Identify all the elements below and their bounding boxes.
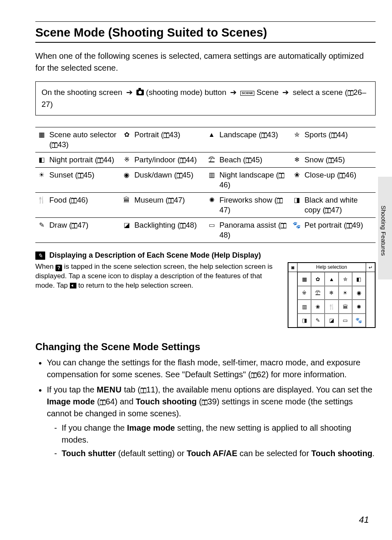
bold-term: Image mode bbox=[127, 423, 175, 432]
close-up-icon: ❀ bbox=[292, 170, 301, 180]
top-rule bbox=[35, 21, 376, 22]
question-icon: ? bbox=[55, 265, 62, 271]
scene-label: Dusk/dawn (45) bbox=[134, 170, 204, 180]
scene-cell: ☀Sunset (45) bbox=[35, 168, 120, 193]
hs-grid-icon: ✺ bbox=[352, 300, 366, 314]
page-number: 41 bbox=[359, 515, 369, 525]
bullet-item: If you tap the MENU tab (11), the availa… bbox=[35, 384, 376, 459]
hs-grid-icon: 🍴 bbox=[325, 300, 338, 314]
scene-cell: ✎Draw (47) bbox=[35, 218, 120, 243]
book-icon bbox=[52, 142, 58, 148]
scene-label: Landscape (43) bbox=[219, 130, 289, 140]
intro-paragraph: When one of the following scenes is sele… bbox=[35, 50, 376, 74]
landscape-icon: ▲ bbox=[207, 130, 216, 140]
hs-grid-icon: ❄ bbox=[325, 286, 338, 300]
book-icon bbox=[251, 372, 257, 378]
back-icon bbox=[70, 283, 76, 288]
text-frag: can be selected for bbox=[238, 449, 311, 458]
hs-grid-icon: ▥ bbox=[297, 300, 311, 314]
hs-grid-icon: ✮ bbox=[339, 272, 352, 286]
book-icon bbox=[180, 223, 186, 228]
dusk-dawn-icon: ◉ bbox=[122, 170, 131, 180]
page-title: Scene Mode (Shooting Suited to Scenes) bbox=[35, 26, 376, 43]
bw-copy-icon: ◨ bbox=[292, 195, 301, 215]
help-title: Displaying a Description of Each Scene M… bbox=[49, 251, 261, 260]
night-portrait-icon: ◧ bbox=[37, 155, 46, 165]
book-icon bbox=[141, 388, 146, 393]
text-frag: If you change the bbox=[62, 423, 127, 432]
fireworks-icon: ✺ bbox=[207, 195, 216, 215]
nav-select: select a scene bbox=[293, 88, 343, 97]
text-frag: 62) for more information. bbox=[257, 370, 347, 379]
bold-term: Touch AF/AE bbox=[187, 449, 237, 458]
hs-grid-icon: ▦ bbox=[297, 272, 311, 286]
scene-cell: ▲Landscape (43) bbox=[205, 127, 291, 152]
sports-icon: ✮ bbox=[292, 130, 301, 140]
food-icon: 🍴 bbox=[37, 195, 46, 205]
nav-prefix: On the shooting screen bbox=[42, 88, 122, 97]
book-icon bbox=[100, 399, 106, 405]
hs-grid-icon: ◧ bbox=[352, 272, 366, 286]
book-icon bbox=[348, 90, 353, 96]
portrait-icon: ✿ bbox=[122, 130, 131, 140]
hs-grid-icon: ※ bbox=[297, 286, 311, 300]
pet-portrait-icon: 🐾 bbox=[292, 220, 301, 230]
scene-label: Pet portrait (49) bbox=[304, 220, 374, 230]
book-icon bbox=[331, 132, 337, 138]
book-icon bbox=[97, 157, 103, 163]
scene-cell: ✮Sports (44) bbox=[291, 127, 376, 152]
backlighting-icon: ◪ bbox=[122, 220, 131, 230]
scene-label: Close-up (46) bbox=[304, 170, 374, 180]
scene-label: Scene auto selector (43) bbox=[49, 130, 119, 150]
text-frag: ( bbox=[95, 397, 100, 406]
hs-grid-icon: ❀ bbox=[311, 300, 325, 314]
note-icon: ✎ bbox=[35, 252, 45, 260]
scene-label: Sunset (45) bbox=[49, 170, 119, 180]
scene-icon: SCENE bbox=[240, 91, 254, 96]
hs-icon-grid: ▦✿▲✮◧※⛱❄☀◉▥❀🍴🏛✺◨✎◪▭🐾 bbox=[297, 272, 366, 327]
arrow-icon: ➔ bbox=[282, 88, 289, 97]
hs-grid-icon: ✎ bbox=[311, 314, 325, 328]
scene-label: Fireworks show (47) bbox=[219, 195, 289, 215]
beach-icon: ⛱ bbox=[207, 155, 216, 165]
scene-label: Panorama assist (48) bbox=[219, 220, 289, 240]
dash-item: If you change the Image mode setting, th… bbox=[54, 422, 376, 446]
book-icon bbox=[277, 198, 283, 203]
hs-back-icon: ↵ bbox=[366, 263, 375, 272]
text-frag: If you tap the bbox=[47, 385, 97, 394]
hs-grid-icon: ☀ bbox=[339, 286, 352, 300]
hs-grid-icon: ▭ bbox=[339, 314, 352, 328]
scene-cell: ✺Fireworks show (47) bbox=[205, 193, 291, 218]
book-icon bbox=[325, 208, 331, 213]
book-icon bbox=[71, 198, 77, 203]
hs-grid-icon: 🏛 bbox=[339, 300, 352, 314]
snow-icon: ❄ bbox=[292, 155, 301, 165]
scene-cell: ◧Night portrait (44) bbox=[35, 152, 120, 168]
help-text: When ? is tapped in the scene selection … bbox=[35, 262, 280, 328]
text-frag: (default setting) or bbox=[116, 449, 187, 458]
book-icon bbox=[164, 132, 169, 138]
scene-cell: ❄Snow (45) bbox=[291, 152, 376, 168]
book-icon bbox=[346, 223, 352, 228]
museum-icon: 🏛 bbox=[122, 195, 131, 205]
hs-grid-icon: ◉ bbox=[352, 286, 366, 300]
bullet-item: You can change the settings for the flas… bbox=[35, 357, 376, 381]
scene-label: Snow (45) bbox=[304, 155, 374, 165]
party-indoor-icon: ※ bbox=[122, 155, 131, 165]
text-frag: ( bbox=[197, 397, 202, 406]
scene-label: Sports (44) bbox=[304, 130, 374, 140]
scene-label: Party/indoor (44) bbox=[134, 155, 204, 165]
help-text-frag: to return to the help selection screen. bbox=[76, 282, 193, 289]
book-icon bbox=[177, 173, 182, 178]
nav-mode-btn: (shooting mode) button bbox=[146, 88, 226, 97]
bold-term: Touch shutter bbox=[62, 449, 116, 458]
night-landscape-icon: ▥ bbox=[207, 170, 216, 190]
panorama-icon: ▭ bbox=[207, 220, 216, 240]
book-icon bbox=[261, 132, 267, 138]
changing-heading: Changing the Scene Mode Settings bbox=[35, 341, 376, 353]
help-heading-row: ✎ Displaying a Description of Each Scene… bbox=[35, 251, 376, 260]
scene-label: Backlighting (48) bbox=[134, 220, 204, 230]
book-icon bbox=[279, 173, 284, 178]
navigation-box: On the shooting screen ➔ (shooting mode)… bbox=[35, 81, 376, 115]
manual-page: Shooting Features Scene Mode (Shooting S… bbox=[0, 0, 392, 540]
